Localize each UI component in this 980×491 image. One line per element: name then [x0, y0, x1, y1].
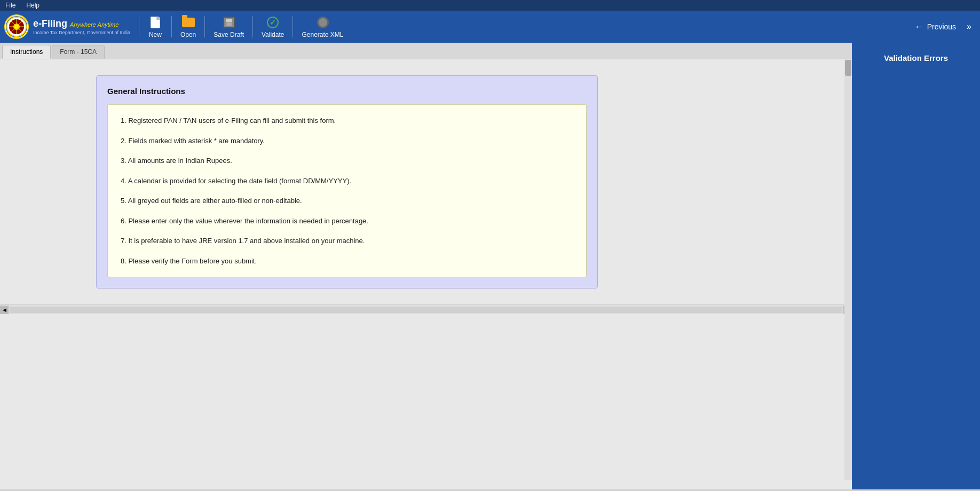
brand-efiling: e-Filing Anywhere Anytime — [33, 18, 130, 30]
back-arrow-icon: ← — [914, 21, 924, 33]
list-item: 4. A calendar is provided for selecting … — [121, 176, 573, 186]
open-icon — [181, 15, 196, 30]
list-item: 5. All greyed out fields are either auto… — [121, 196, 573, 206]
validation-errors-button[interactable]: Validation Errors — [852, 43, 980, 73]
horizontal-scrollbar[interactable]: ◀ ▶ — [0, 305, 852, 314]
right-panel: Validation Errors — [852, 43, 980, 489]
folder-icon — [182, 18, 195, 27]
tabs-bar: Instructions Form - 15CA — [0, 43, 852, 59]
brand-text: e-Filing Anywhere Anytime Income Tax Dep… — [33, 18, 130, 35]
previous-label: Previous — [927, 22, 956, 31]
new-icon — [148, 15, 163, 30]
menu-bar: File Help — [0, 0, 980, 11]
toolbar-divider-2 — [171, 16, 172, 37]
toolbar-right: ← Previous » — [908, 18, 976, 36]
tab-instructions[interactable]: Instructions — [2, 45, 51, 59]
instruction-box: General Instructions 1. Registered PAN /… — [96, 75, 598, 289]
scroll-thumb[interactable] — [845, 60, 851, 76]
instructions-title: General Instructions — [107, 87, 587, 96]
new-button[interactable]: New — [143, 13, 168, 41]
instructions-content: General Instructions 1. Registered PAN /… — [0, 59, 694, 305]
validate-icon: ✓ — [265, 15, 280, 30]
new-label: New — [149, 31, 162, 38]
toolbar-divider-4 — [252, 16, 253, 37]
list-item: 6. Please enter only the value wherever … — [121, 216, 573, 227]
previous-button[interactable]: ← Previous — [908, 18, 962, 36]
save-draft-label: Save Draft — [214, 31, 244, 38]
brand-anywhere: Anywhere Anytime — [70, 21, 118, 28]
doc-icon — [151, 17, 160, 28]
list-item: 8. Please verify the Form before you sub… — [121, 256, 573, 267]
scroll-track-horizontal[interactable] — [10, 307, 842, 313]
menu-file[interactable]: File — [5, 2, 15, 9]
open-button[interactable]: Open — [175, 13, 201, 41]
list-item: 7. It is preferable to have JRE version … — [121, 236, 573, 246]
toolbar-divider-1 — [139, 16, 139, 37]
logo-emblem — [6, 16, 27, 37]
next-arrow[interactable]: » — [962, 20, 976, 34]
main-container: Instructions Form - 15CA General Instruc… — [0, 43, 980, 489]
list-item: 1. Registered PAN / TAN users of e-Filin… — [121, 115, 573, 126]
vertical-scrollbar[interactable] — [844, 59, 852, 480]
tab-form-15ca[interactable]: Form - 15CA — [52, 45, 105, 59]
validate-button[interactable]: ✓ Validate — [256, 13, 289, 41]
save-draft-icon — [222, 15, 236, 30]
toolbar-divider-5 — [293, 16, 293, 37]
generate-xml-button[interactable]: Generate XML — [296, 13, 349, 41]
content-area: Instructions Form - 15CA General Instruc… — [0, 43, 852, 489]
brand-dept: Income Tax Department, Government of Ind… — [33, 30, 130, 35]
generate-xml-icon — [315, 15, 330, 30]
scroll-left-button[interactable]: ◀ — [0, 306, 9, 314]
open-label: Open — [180, 31, 196, 38]
menu-help[interactable]: Help — [26, 2, 39, 9]
save-draft-button[interactable]: Save Draft — [208, 13, 249, 41]
toolbar: e-Filing Anywhere Anytime Income Tax Dep… — [0, 11, 980, 43]
generate-xml-label: Generate XML — [302, 31, 343, 38]
toolbar-divider-3 — [204, 16, 205, 37]
list-item: 3. All amounts are in Indian Rupees. — [121, 155, 573, 166]
floppy-icon — [223, 17, 235, 28]
validate-label: Validate — [262, 31, 284, 38]
instruction-inner: 1. Registered PAN / TAN users of e-Filin… — [107, 104, 587, 277]
logo-area: e-Filing Anywhere Anytime Income Tax Dep… — [4, 14, 130, 39]
gear-icon — [317, 17, 329, 28]
list-item: 2. Fields marked with asterisk * are man… — [121, 136, 573, 146]
checkmark-icon: ✓ — [267, 17, 279, 28]
instructions-list: 1. Registered PAN / TAN users of e-Filin… — [121, 115, 573, 266]
logo-circle — [4, 14, 29, 39]
